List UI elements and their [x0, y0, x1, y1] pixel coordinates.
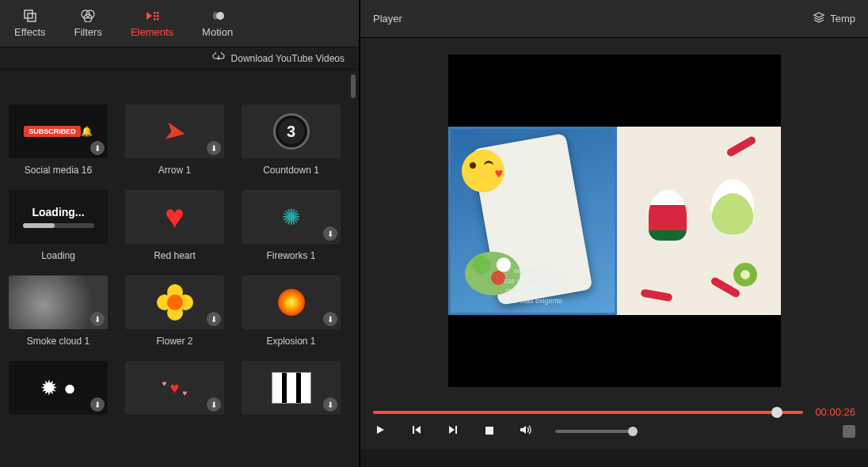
- element-label: Social media 16: [25, 165, 92, 176]
- loading-bar: [23, 223, 94, 228]
- element-item-fireworks-1[interactable]: ✺ ⬇ Fireworks 1: [238, 190, 345, 261]
- element-label: Red heart: [154, 250, 196, 261]
- player-panel: Player Temp ♥ vedoras, op zas y diversid…: [360, 0, 868, 467]
- svg-rect-13: [413, 426, 414, 434]
- svg-rect-6: [157, 12, 159, 14]
- subscribed-badge: SUBSCRIBED: [24, 126, 81, 137]
- svg-rect-0: [25, 10, 32, 18]
- tab-motion[interactable]: Motion: [188, 4, 247, 43]
- player-title: Player: [373, 13, 402, 25]
- download-icon[interactable]: ⬇: [90, 397, 105, 412]
- pixel-icon: [272, 372, 311, 404]
- tab-label: Motion: [202, 26, 233, 38]
- element-item-social-media-16[interactable]: SUBSCRIBED 🔔 ⬇ Social media 16: [5, 104, 112, 176]
- svg-rect-15: [485, 427, 493, 435]
- bottom-strip: [360, 450, 868, 467]
- smoke-preview: ⬇: [9, 275, 108, 329]
- top-tabs: Effects Filters Elements Motion: [0, 0, 359, 47]
- layers-icon: [813, 11, 825, 26]
- video-clip-right: [617, 127, 781, 315]
- fireworks-icon: ✺: [282, 204, 300, 230]
- element-item-pixel[interactable]: ⬇: [238, 361, 345, 421]
- player-viewport: ♥ vedoras, op zas y diversidad d res que…: [360, 38, 868, 403]
- tab-label: Filters: [74, 26, 102, 38]
- seek-bar[interactable]: [373, 411, 803, 414]
- fullscreen-button[interactable]: [843, 425, 855, 438]
- motion-icon: [211, 9, 225, 23]
- download-icon[interactable]: ⬇: [323, 397, 337, 412]
- flower-icon: [157, 284, 193, 321]
- hearts-icon: ♥♥♥: [162, 379, 188, 397]
- filters-icon: [81, 9, 95, 23]
- explosion-icon: [278, 289, 305, 316]
- templates-button[interactable]: Temp: [813, 11, 855, 26]
- element-item-flower-2[interactable]: ⬇ Flower 2: [121, 275, 228, 347]
- templates-label: Temp: [830, 13, 855, 25]
- video-subtitle: vedoras, op zas y diversidad d res que d…: [502, 266, 562, 306]
- tab-filters[interactable]: Filters: [60, 4, 116, 43]
- element-label: Fireworks 1: [266, 250, 315, 261]
- element-item-hearts[interactable]: ♥♥♥ ⬇: [121, 361, 228, 421]
- download-youtube-link[interactable]: Download YouTube Videos: [0, 47, 359, 70]
- stop-button[interactable]: [482, 424, 497, 439]
- element-item-splash[interactable]: ✹ ● ⬇: [5, 361, 112, 421]
- timecode: 00:00:26: [811, 406, 855, 418]
- download-icon[interactable]: ⬇: [323, 312, 337, 326]
- download-icon[interactable]: ⬇: [207, 397, 221, 412]
- element-item-loading[interactable]: Loading... Loading: [5, 190, 112, 261]
- download-icon[interactable]: ⬇: [90, 141, 105, 155]
- tab-elements[interactable]: Elements: [116, 4, 188, 43]
- svg-rect-7: [154, 15, 156, 17]
- svg-rect-1: [28, 13, 36, 21]
- tab-effects[interactable]: Effects: [0, 4, 60, 43]
- element-label: Explosion 1: [266, 336, 315, 347]
- tab-label: Effects: [14, 26, 46, 38]
- element-item-countdown-1[interactable]: 3 Countdown 1: [238, 104, 345, 176]
- splash-icon: ✹ ●: [40, 376, 76, 401]
- heart-icon: ♥: [165, 198, 185, 236]
- element-item-red-heart[interactable]: ♥ Red heart: [121, 190, 228, 261]
- svg-rect-8: [157, 15, 159, 17]
- effects-icon: [23, 9, 37, 23]
- element-label: Loading: [41, 250, 75, 261]
- element-item-smoke-cloud-1[interactable]: ⬇ Smoke cloud 1: [5, 275, 112, 347]
- download-icon[interactable]: ⬇: [207, 312, 221, 326]
- elements-icon: [145, 9, 159, 23]
- element-label: Flower 2: [156, 336, 192, 347]
- cloud-download-icon: [212, 52, 225, 64]
- prev-frame-button[interactable]: [409, 424, 424, 439]
- tab-label: Elements: [131, 26, 173, 38]
- loading-text: Loading...: [32, 206, 84, 218]
- video-frame[interactable]: ♥ vedoras, op zas y diversidad d res que…: [448, 55, 781, 387]
- play-button[interactable]: [373, 424, 387, 439]
- element-item-arrow-1[interactable]: ➤ ⬇ Arrow 1: [121, 104, 228, 176]
- video-clip-left: ♥ vedoras, op zas y diversidad d res que…: [448, 127, 617, 315]
- elements-grid: SUBSCRIBED 🔔 ⬇ Social media 16 ➤ ⬇ Arrow…: [0, 70, 359, 467]
- volume-button[interactable]: [519, 424, 533, 439]
- download-icon[interactable]: ⬇: [323, 226, 337, 241]
- element-label: Countdown 1: [263, 165, 319, 176]
- countdown-number: 3: [273, 113, 310, 150]
- svg-rect-5: [154, 12, 156, 14]
- element-label: Arrow 1: [158, 165, 191, 176]
- left-panel: Effects Filters Elements Motion: [0, 0, 360, 467]
- download-youtube-label: Download YouTube Videos: [231, 53, 345, 64]
- svg-point-12: [213, 12, 218, 20]
- element-label: Smoke cloud 1: [27, 336, 89, 347]
- svg-rect-10: [157, 18, 159, 21]
- volume-slider[interactable]: [555, 430, 634, 433]
- download-icon[interactable]: ⬇: [207, 141, 221, 155]
- bell-icon: 🔔: [81, 126, 93, 137]
- next-frame-button[interactable]: [446, 424, 460, 439]
- element-item-explosion-1[interactable]: ⬇ Explosion 1: [238, 275, 345, 347]
- svg-rect-14: [455, 426, 457, 434]
- download-icon[interactable]: ⬇: [90, 312, 105, 326]
- svg-rect-9: [154, 18, 156, 21]
- seek-knob[interactable]: [771, 407, 782, 418]
- arrow-icon: ➤: [161, 114, 188, 149]
- scrollbar-thumb[interactable]: [351, 74, 356, 98]
